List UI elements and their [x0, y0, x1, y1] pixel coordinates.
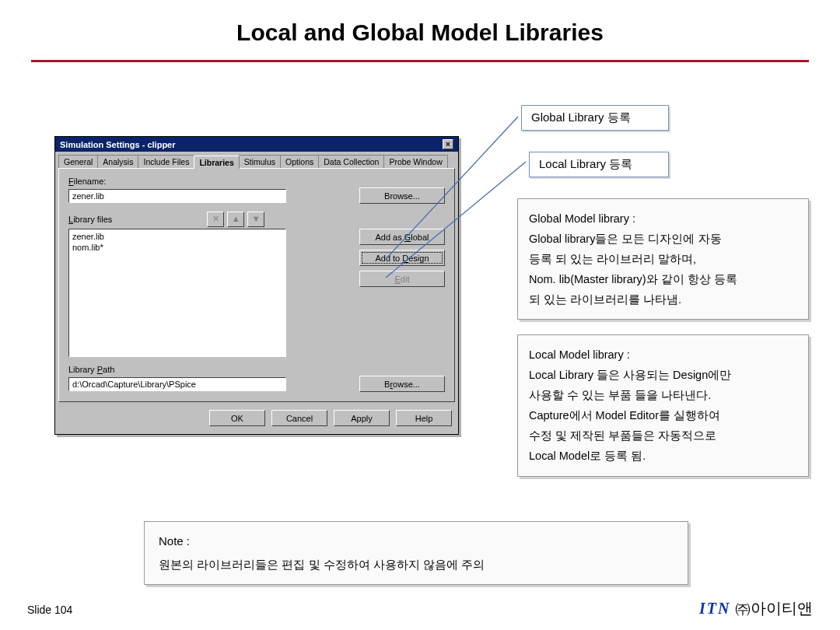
explain-global: Global Model library : Global library들은 … — [517, 198, 809, 320]
tab-stimulus[interactable]: Stimulus — [239, 155, 281, 168]
tab-body: Filename: zener.lib Browse... Library fi… — [58, 168, 455, 402]
explain-line: Capture에서 Model Editor를 실행하여 — [529, 405, 797, 425]
help-button[interactable]: Help — [396, 410, 452, 426]
explain-line: Nom. lib(Master library)와 같이 항상 등록 — [529, 269, 797, 289]
add-to-design-button[interactable]: Add to Design — [359, 250, 445, 266]
move-up-icon[interactable]: ▲ — [227, 212, 244, 227]
ok-button[interactable]: OK — [209, 410, 265, 426]
explain-heading: Global Model library : — [529, 208, 797, 229]
library-files-label: Library files — [68, 215, 112, 224]
note-body: 원본의 라이브러리들은 편집 및 수정하여 사용하지 않음에 주의 — [159, 553, 674, 576]
move-down-icon[interactable]: ▼ — [247, 212, 264, 227]
delete-icon[interactable]: ✕ — [207, 212, 224, 227]
tab-data-collection[interactable]: Data Collection — [318, 155, 384, 168]
explain-heading: Local Model library : — [529, 345, 797, 365]
edit-button[interactable]: Edit — [359, 271, 445, 287]
list-item[interactable]: nom.lib* — [72, 242, 282, 253]
tab-strip: General Analysis Include Files Libraries… — [55, 152, 458, 168]
close-icon[interactable]: × — [443, 139, 453, 149]
dialog-title-text: Simulation Settings - clipper — [60, 140, 176, 149]
footer-rest: ㈜아이티앤 — [730, 600, 813, 617]
explain-local: Local Model library : Local Library 들은 사… — [517, 334, 809, 477]
tab-include-files[interactable]: Include Files — [138, 155, 194, 168]
explain-line: 수정 및 제작된 부품들은 자동적으로 — [529, 425, 797, 446]
apply-button[interactable]: Apply — [334, 410, 390, 426]
page-title: Local and Global Model Libraries — [0, 0, 840, 46]
library-path-input[interactable]: d:\Orcad\Capture\Library\PSpice — [68, 377, 286, 391]
tab-libraries[interactable]: Libraries — [194, 156, 239, 169]
footer-brand: ITN ㈜아이티앤 — [699, 598, 813, 619]
title-underline — [31, 60, 809, 62]
add-as-global-button[interactable]: Add as Global — [359, 229, 445, 245]
simulation-settings-dialog: Simulation Settings - clipper × General … — [54, 136, 459, 435]
footer-itn: ITN — [699, 600, 730, 617]
tab-probe-window[interactable]: Probe Window — [383, 155, 447, 168]
list-item[interactable]: zener.lib — [72, 231, 282, 242]
filename-input[interactable]: zener.lib — [68, 189, 286, 203]
slide-number: Slide 104 — [27, 604, 72, 616]
tab-analysis[interactable]: Analysis — [97, 155, 138, 168]
explain-line: 사용할 수 있는 부품 들을 나타낸다. — [529, 385, 797, 405]
note-heading: Note : — [159, 530, 674, 553]
explain-line: Global library들은 모든 디자인에 자동 — [529, 229, 797, 249]
cancel-button[interactable]: Cancel — [271, 410, 327, 426]
filename-label: Filename: — [68, 177, 445, 186]
toolbar-icons: ✕ ▲ ▼ — [207, 212, 264, 227]
dialog-button-row: OK Cancel Apply Help — [55, 405, 458, 434]
explain-line: Local Model로 등록 됨. — [529, 446, 797, 466]
browse-filename-button[interactable]: Browse... — [359, 187, 445, 204]
browse-path-button[interactable]: Browse... — [359, 376, 445, 392]
explain-line: 등록 되 있는 라이브러리 말하며, — [529, 249, 797, 269]
explain-line: 되 있는 라이브러리를 나타냄. — [529, 289, 797, 310]
explain-line: Local Library 들은 사용되는 Design에만 — [529, 365, 797, 385]
tab-options[interactable]: Options — [280, 155, 319, 168]
note-box: Note : 원본의 라이브러리들은 편집 및 수정하여 사용하지 않음에 주의 — [144, 521, 688, 585]
library-path-label: Library Path — [68, 365, 445, 374]
library-files-listbox[interactable]: zener.lib nom.lib* — [68, 229, 286, 357]
callout-local-library: Local Library 등록 — [529, 152, 669, 177]
dialog-titlebar[interactable]: Simulation Settings - clipper × — [55, 137, 458, 152]
callout-global-library: Global Library 등록 — [521, 105, 669, 131]
tab-general[interactable]: General — [58, 155, 98, 168]
